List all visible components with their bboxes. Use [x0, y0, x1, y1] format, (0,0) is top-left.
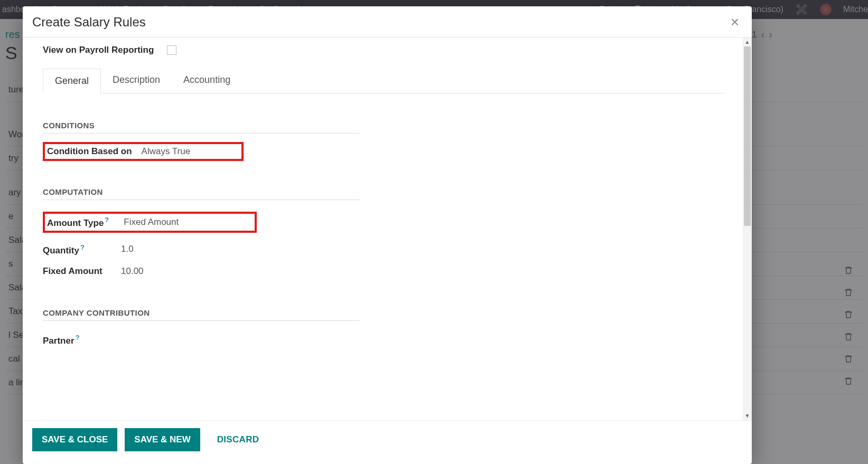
partner-label: Partner?: [43, 334, 121, 346]
fixed-amount-label: Fixed Amount: [43, 266, 121, 277]
condition-based-on-value[interactable]: Always True: [142, 146, 191, 157]
view-on-payroll-reporting-row: View on Payroll Reporting: [43, 42, 752, 59]
view-on-payroll-reporting-checkbox[interactable]: [167, 45, 176, 55]
quantity-row: Quantity? 1.0: [43, 238, 360, 261]
scroll-up-icon[interactable]: ▲: [743, 37, 752, 46]
create-salary-rules-modal: Create Salary Rules × View on Payroll Re…: [23, 6, 752, 464]
tab-description[interactable]: Description: [101, 68, 172, 93]
amount-type-label: Amount Type?: [47, 216, 118, 229]
save-new-button[interactable]: SAVE & NEW: [125, 428, 200, 451]
scroll-down-icon[interactable]: ▼: [743, 411, 752, 420]
tabs: General Description Accounting: [43, 68, 725, 93]
scrollbar[interactable]: ▲ ▼: [743, 37, 752, 420]
help-icon[interactable]: ?: [80, 243, 85, 251]
amount-type-row: Amount Type? Fixed Amount: [43, 212, 257, 233]
condition-based-on-label: Condition Based on: [47, 146, 142, 157]
help-icon[interactable]: ?: [76, 334, 80, 342]
divider: [43, 133, 360, 134]
modal-title: Create Salary Rules: [32, 15, 146, 30]
fixed-amount-row: Fixed Amount 10.00: [43, 261, 360, 282]
modal-footer: SAVE & CLOSE SAVE & NEW DISCARD: [23, 420, 752, 464]
tab-accounting[interactable]: Accounting: [172, 68, 242, 93]
amount-type-value[interactable]: Fixed Amount: [124, 217, 179, 228]
save-close-button[interactable]: SAVE & CLOSE: [32, 428, 117, 451]
quantity-label: Quantity?: [43, 243, 121, 256]
section-conditions: Conditions: [43, 121, 360, 130]
view-on-payroll-reporting-label: View on Payroll Reporting: [43, 45, 167, 55]
section-company-contribution: Company Contribution: [43, 308, 360, 317]
section-computation: Computation: [43, 187, 360, 196]
help-icon[interactable]: ?: [105, 216, 109, 224]
quantity-value[interactable]: 1.0: [121, 244, 134, 254]
tab-general[interactable]: General: [43, 69, 101, 93]
scroll-thumb[interactable]: [744, 46, 751, 226]
close-icon[interactable]: ×: [731, 15, 739, 30]
divider: [43, 200, 360, 200]
form-left-column: Conditions Condition Based on Always Tru…: [43, 121, 360, 352]
partner-row: Partner?: [43, 328, 360, 352]
fixed-amount-value[interactable]: 10.00: [121, 266, 144, 277]
modal-header: Create Salary Rules ×: [23, 6, 752, 37]
modal-body: View on Payroll Reporting General Descri…: [23, 37, 752, 420]
divider: [43, 320, 360, 321]
discard-button[interactable]: DISCARD: [208, 428, 269, 451]
condition-based-on-row: Condition Based on Always True: [43, 142, 244, 161]
